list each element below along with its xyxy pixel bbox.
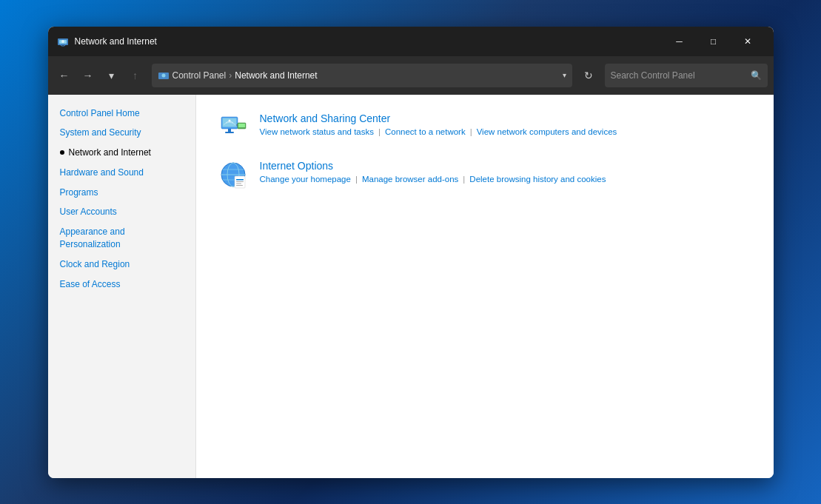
svg-rect-11	[238, 124, 245, 127]
sidebar-item-user-accounts[interactable]: User Accounts	[48, 202, 195, 222]
main-window: Network and Internet ─ □ ✕ ← → ▾ ↑ Contr…	[48, 27, 774, 478]
sidebar-item-clock-region[interactable]: Clock and Region	[48, 255, 195, 275]
svg-rect-20	[236, 181, 244, 182]
search-input[interactable]	[611, 70, 746, 81]
delete-browsing-history-link[interactable]: Delete browsing history and cookies	[469, 175, 606, 184]
view-network-status-link[interactable]: View network status and tasks	[260, 127, 374, 136]
internet-options-title[interactable]: Internet Options	[260, 160, 606, 172]
network-sharing-links: View network status and tasks | Connect …	[260, 127, 617, 136]
up-button[interactable]: ↑	[125, 65, 146, 86]
window-icon	[57, 36, 69, 47]
sidebar-label-system-security: System and Security	[60, 127, 141, 139]
network-sharing-title[interactable]: Network and Sharing Center	[260, 112, 617, 124]
sidebar-label-ease-access: Ease of Access	[60, 278, 121, 291]
back-button[interactable]: ←	[54, 65, 75, 86]
refresh-button[interactable]: ↻	[578, 65, 599, 86]
titlebar: Network and Internet ─ □ ✕	[48, 27, 774, 56]
network-sharing-body: Network and Sharing Center View network …	[260, 112, 617, 136]
content-area: Network and Sharing Center View network …	[196, 95, 774, 478]
internet-options-links: Change your homepage | Manage browser ad…	[260, 175, 606, 184]
close-button[interactable]: ✕	[731, 30, 765, 53]
svg-rect-22	[236, 185, 243, 186]
dropdown-button[interactable]: ▾	[101, 65, 122, 86]
svg-rect-21	[236, 183, 241, 184]
network-sharing-icon	[218, 112, 248, 142]
addressbar: ← → ▾ ↑ Control Panel › Network and Inte…	[48, 56, 774, 95]
address-home-label: Control Panel	[172, 70, 227, 81]
sidebar-item-ease-access[interactable]: Ease of Access	[48, 275, 195, 295]
address-current-label: Network and Internet	[235, 70, 317, 81]
minimize-button[interactable]: ─	[663, 30, 697, 53]
sidebar-label-appearance-personalization: Appearance and Personalization	[60, 226, 184, 251]
internet-options-icon	[218, 160, 248, 189]
forward-button[interactable]: →	[78, 65, 98, 86]
internet-options-body: Internet Options Change your homepage | …	[260, 160, 606, 184]
address-home-icon	[158, 70, 170, 81]
sidebar-item-hardware-sound[interactable]: Hardware and Sound	[48, 163, 195, 183]
svg-point-4	[161, 73, 165, 77]
svg-rect-19	[236, 179, 244, 181]
address-path: Control Panel › Network and Internet	[172, 70, 318, 81]
sidebar-item-system-security[interactable]: System and Security	[48, 123, 195, 143]
connect-to-network-link[interactable]: Connect to a network	[385, 127, 466, 136]
sidebar-label-user-accounts: User Accounts	[60, 206, 117, 218]
search-box: 🔍	[605, 64, 768, 87]
sidebar-item-appearance-personalization[interactable]: Appearance and Personalization	[48, 222, 195, 255]
window-title: Network and Internet	[75, 36, 657, 47]
address-bar-box[interactable]: Control Panel › Network and Internet ▾	[152, 64, 572, 87]
sidebar-item-control-panel-home[interactable]: Control Panel Home	[48, 104, 195, 124]
maximize-button[interactable]: □	[697, 30, 731, 53]
svg-rect-8	[228, 129, 231, 132]
sidebar-label-programs: Programs	[60, 187, 98, 199]
sidebar-label-hardware-sound: Hardware and Sound	[60, 167, 144, 179]
view-network-computers-link[interactable]: View network computers and devices	[477, 127, 617, 136]
network-sharing-section: Network and Sharing Center View network …	[218, 112, 751, 142]
sidebar-item-network-internet[interactable]: Network and Internet	[48, 143, 195, 163]
window-controls: ─ □ ✕	[663, 30, 765, 53]
sidebar-label-clock-region: Clock and Region	[60, 258, 130, 271]
internet-options-section: Internet Options Change your homepage | …	[218, 160, 751, 189]
sidebar-label-control-panel-home: Control Panel Home	[60, 107, 140, 120]
svg-point-2	[61, 40, 64, 43]
svg-rect-9	[225, 132, 234, 133]
sidebar-label-network-internet: Network and Internet	[69, 147, 151, 159]
main-content: Control Panel Home System and Security N…	[48, 95, 774, 478]
search-icon: 🔍	[751, 70, 762, 81]
sidebar-item-programs[interactable]: Programs	[48, 183, 195, 203]
address-dropdown-icon[interactable]: ▾	[563, 71, 566, 79]
sidebar: Control Panel Home System and Security N…	[48, 95, 196, 478]
change-homepage-link[interactable]: Change your homepage	[260, 175, 351, 184]
manage-browser-addons-link[interactable]: Manage browser add-ons	[362, 175, 458, 184]
active-bullet-icon	[60, 150, 64, 155]
